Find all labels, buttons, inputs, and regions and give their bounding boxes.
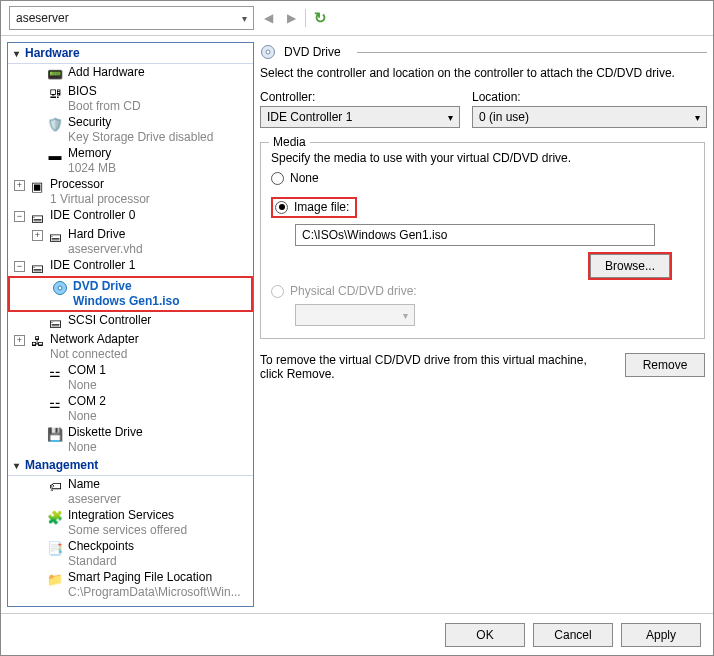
folder-icon: 📁 xyxy=(47,571,63,587)
expand-icon[interactable]: + xyxy=(14,180,25,191)
nav-next-button[interactable]: ▶ xyxy=(282,9,300,27)
tree-security[interactable]: 🛡️ SecurityKey Storage Drive disabled xyxy=(8,114,253,145)
chevron-down-icon: ▾ xyxy=(242,13,247,24)
collapse-box-icon[interactable]: − xyxy=(14,211,25,222)
tree-diskette[interactable]: 💾 Diskette DriveNone xyxy=(8,424,253,455)
integration-icon: 🧩 xyxy=(47,509,63,525)
radio-none[interactable]: None xyxy=(271,171,694,185)
radio-icon xyxy=(271,172,284,185)
settings-tree[interactable]: ▾ Hardware 📟 Add Hardware 🖳 BIOSBoot fro… xyxy=(7,42,254,607)
management-header[interactable]: ▾ Management xyxy=(8,455,253,476)
main-area: ▾ Hardware 📟 Add Hardware 🖳 BIOSBoot fro… xyxy=(1,35,713,613)
radio-icon xyxy=(271,285,284,298)
com-port-icon: ⚍ xyxy=(47,364,63,380)
location-label: Location: xyxy=(472,90,707,104)
remove-button[interactable]: Remove xyxy=(625,353,705,377)
com-port-icon: ⚍ xyxy=(47,395,63,411)
processor-icon: ▣ xyxy=(29,178,45,194)
ok-button[interactable]: OK xyxy=(445,623,525,647)
pane-intro: Select the controller and location on th… xyxy=(260,66,707,80)
management-label: Management xyxy=(25,458,98,472)
dialog-buttons: OK Cancel Apply xyxy=(1,613,713,655)
divider xyxy=(357,52,707,53)
vm-selector-combo[interactable]: aseserver ▾ xyxy=(9,6,254,30)
expand-icon[interactable]: + xyxy=(14,335,25,346)
radio-physical-drive: Physical CD/DVD drive: xyxy=(271,284,694,298)
media-fieldset: Media Specify the media to use with your… xyxy=(260,142,705,339)
tree-com1[interactable]: ⚍ COM 1None xyxy=(8,362,253,393)
hardware-label: Hardware xyxy=(25,46,80,60)
location-select[interactable]: 0 (in use) ▾ xyxy=(472,106,707,128)
collapse-icon: ▾ xyxy=(14,460,19,471)
pane-title-text: DVD Drive xyxy=(284,45,341,59)
controller-select[interactable]: IDE Controller 1 ▾ xyxy=(260,106,460,128)
expand-icon[interactable]: + xyxy=(32,230,43,241)
collapse-box-icon[interactable]: − xyxy=(14,261,25,272)
remove-desc: To remove the virtual CD/DVD drive from … xyxy=(260,353,613,381)
nav-prev-button[interactable]: ◀ xyxy=(259,9,277,27)
checkpoints-icon: 📑 xyxy=(47,540,63,556)
name-icon: 🏷 xyxy=(47,478,63,494)
memory-icon: ▬ xyxy=(47,147,63,163)
media-desc: Specify the media to use with your virtu… xyxy=(271,151,694,165)
collapse-icon: ▾ xyxy=(14,48,19,59)
controller-icon: 🖴 xyxy=(29,209,45,225)
tree-memory[interactable]: ▬ Memory1024 MB xyxy=(8,145,253,176)
tree-com2[interactable]: ⚍ COM 2None xyxy=(8,393,253,424)
shield-icon: 🛡️ xyxy=(47,116,63,132)
chevron-down-icon: ▾ xyxy=(448,112,453,123)
dvd-icon xyxy=(52,280,68,296)
apply-button[interactable]: Apply xyxy=(621,623,701,647)
controller-label: Controller: xyxy=(260,90,460,104)
diskette-icon: 💾 xyxy=(47,426,63,442)
cancel-button[interactable]: Cancel xyxy=(533,623,613,647)
add-hardware-icon: 📟 xyxy=(47,66,63,82)
tree-ide0[interactable]: − 🖴 IDE Controller 0 xyxy=(8,207,253,226)
tree-bios[interactable]: 🖳 BIOSBoot from CD xyxy=(8,83,253,114)
tree-hard-drive[interactable]: + 🖴 Hard Driveaseserver.vhd xyxy=(8,226,253,257)
hardware-header[interactable]: ▾ Hardware xyxy=(8,43,253,64)
tree-checkpoints[interactable]: 📑 CheckpointsStandard xyxy=(8,538,253,569)
chevron-down-icon: ▾ xyxy=(403,310,408,321)
tree-integration[interactable]: 🧩 Integration ServicesSome services offe… xyxy=(8,507,253,538)
tree-processor[interactable]: + ▣ Processor1 Virtual processor xyxy=(8,176,253,207)
physical-drive-select: ▾ xyxy=(295,304,415,326)
chevron-down-icon: ▾ xyxy=(695,112,700,123)
svg-point-3 xyxy=(266,50,270,54)
hard-drive-icon: 🖴 xyxy=(47,228,63,244)
svg-point-1 xyxy=(58,286,62,290)
media-legend: Media xyxy=(269,135,310,149)
tree-ide1[interactable]: − 🖴 IDE Controller 1 xyxy=(8,257,253,276)
settings-pane: DVD Drive Select the controller and loca… xyxy=(258,42,707,607)
image-path-input[interactable]: C:\ISOs\Windows Gen1.iso xyxy=(295,224,655,246)
network-icon: 🖧 xyxy=(29,333,45,349)
tree-paging[interactable]: 📁 Smart Paging File LocationC:\ProgramDa… xyxy=(8,569,253,600)
tree-dvd-drive[interactable]: DVD DriveWindows Gen1.iso xyxy=(8,276,253,312)
vm-selector-value: aseserver xyxy=(16,11,69,25)
controller-location-row: Controller: IDE Controller 1 ▾ Location:… xyxy=(260,90,707,128)
tree-network-adapter[interactable]: + 🖧 Network AdapterNot connected xyxy=(8,331,253,362)
tree-name[interactable]: 🏷 Nameaseserver xyxy=(8,476,253,507)
radio-image-file[interactable]: Image file: xyxy=(271,197,357,218)
browse-button[interactable]: Browse... xyxy=(590,254,670,278)
controller-icon: 🖴 xyxy=(47,314,63,330)
dvd-icon xyxy=(260,44,276,60)
tree-scsi[interactable]: 🖴 SCSI Controller xyxy=(8,312,253,331)
bios-icon: 🖳 xyxy=(47,85,63,101)
tree-add-hardware[interactable]: 📟 Add Hardware xyxy=(8,64,253,83)
toolbar: aseserver ▾ ◀ ▶ ↻ xyxy=(1,1,713,35)
refresh-button[interactable]: ↻ xyxy=(311,9,329,27)
controller-icon: 🖴 xyxy=(29,259,45,275)
pane-title: DVD Drive xyxy=(258,42,707,66)
radio-icon xyxy=(275,201,288,214)
